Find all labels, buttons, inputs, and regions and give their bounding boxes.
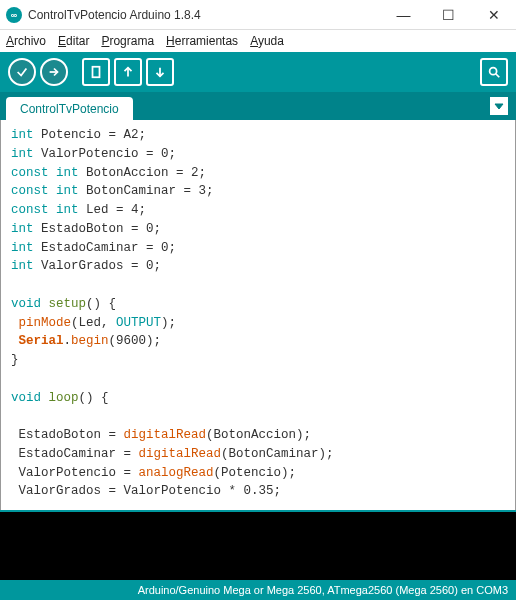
board-status-text: Arduino/Genuino Mega or Mega 2560, ATmeg… xyxy=(138,584,508,596)
maximize-button[interactable]: ☐ xyxy=(426,0,471,30)
magnifier-icon xyxy=(487,65,501,79)
serial-monitor-button[interactable] xyxy=(480,58,508,86)
window-title: ControlTvPotencio Arduino 1.8.4 xyxy=(28,8,381,22)
window-controls: — ☐ ✕ xyxy=(381,0,516,30)
tab-label: ControlTvPotencio xyxy=(20,102,119,116)
check-icon xyxy=(15,65,29,79)
menu-herramientas[interactable]: Herramientas xyxy=(166,34,238,48)
new-button[interactable] xyxy=(82,58,110,86)
arrow-right-icon xyxy=(47,65,61,79)
save-button[interactable] xyxy=(146,58,174,86)
svg-line-5 xyxy=(496,74,500,78)
menubar: Archivo Editar Programa Herramientas Ayu… xyxy=(0,30,516,52)
verify-button[interactable] xyxy=(8,58,36,86)
svg-point-4 xyxy=(490,68,497,75)
menu-ayuda[interactable]: Ayuda xyxy=(250,34,284,48)
menu-editar[interactable]: Editar xyxy=(58,34,89,48)
statusbar: Arduino/Genuino Mega or Mega 2560, ATmeg… xyxy=(0,580,516,600)
tab-menu-button[interactable] xyxy=(490,97,508,115)
tab-active[interactable]: ControlTvPotencio xyxy=(6,97,133,120)
toolbar xyxy=(0,52,516,92)
menu-programa[interactable]: Programa xyxy=(101,34,154,48)
open-button[interactable] xyxy=(114,58,142,86)
arduino-logo-icon: ∞ xyxy=(6,7,22,23)
chevron-down-icon xyxy=(494,101,504,111)
menu-archivo[interactable]: Archivo xyxy=(6,34,46,48)
close-button[interactable]: ✕ xyxy=(471,0,516,30)
tabbar: ControlTvPotencio xyxy=(0,92,516,120)
code-editor[interactable]: int Potencio = A2; int ValorPotencio = 0… xyxy=(0,120,516,510)
titlebar: ∞ ControlTvPotencio Arduino 1.8.4 — ☐ ✕ xyxy=(0,0,516,30)
svg-rect-1 xyxy=(93,67,100,78)
arrow-up-icon xyxy=(121,65,135,79)
minimize-button[interactable]: — xyxy=(381,0,426,30)
file-icon xyxy=(89,65,103,79)
output-console[interactable] xyxy=(0,510,516,580)
arrow-down-icon xyxy=(153,65,167,79)
svg-marker-6 xyxy=(495,104,503,109)
upload-button[interactable] xyxy=(40,58,68,86)
